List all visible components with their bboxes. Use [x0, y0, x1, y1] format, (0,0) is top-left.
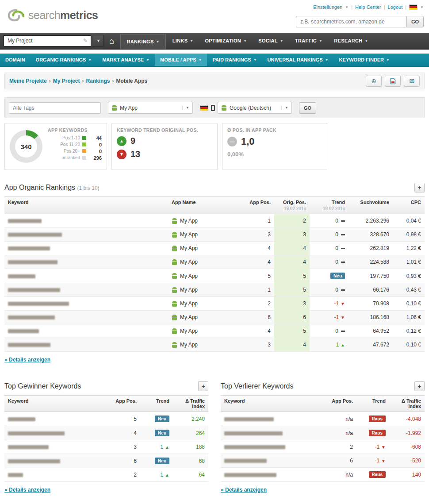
searchmetrics-logo[interactable]: searchmetrics — [7, 8, 98, 22]
col-cpc[interactable]: CPC — [393, 197, 425, 214]
keyword-blurred — [8, 329, 39, 333]
trend-flat-icon — [341, 220, 345, 222]
chevron-down-icon[interactable]: ▼ — [420, 5, 424, 9]
col-trend[interactable]: Trend — [356, 396, 389, 412]
neu-badge: Neu — [155, 430, 169, 436]
page-actions: ⊕ ✉ — [366, 76, 420, 87]
breadcrumb-rankings[interactable]: Rankings — [86, 78, 110, 84]
table-row[interactable]: My App 3 3 0 328.670 0,98 € — [4, 228, 425, 242]
nav-social[interactable]: SOCIAL▼ — [253, 33, 289, 49]
project-input[interactable] — [4, 35, 91, 46]
col-keyword[interactable]: Keyword — [4, 197, 168, 214]
col-keyword[interactable]: Keyword — [221, 396, 326, 412]
col-suchvolume[interactable]: Suchvolume — [349, 197, 393, 214]
subnav-universal-rankings[interactable]: UNIVERSAL RANKINGS▼ — [262, 54, 334, 66]
add-widget-button[interactable]: + — [198, 381, 208, 391]
table-row[interactable]: 2 -1▼ -608 — [221, 440, 425, 454]
table-row[interactable]: 4 Neu 264 — [4, 426, 208, 440]
nav-links[interactable]: LINKS▼ — [167, 33, 199, 49]
table-row[interactable]: My App 4 5 0 64.952 0,12 € — [4, 324, 425, 338]
trend-down-icon: ▼ — [381, 458, 386, 463]
breadcrumb-my-project[interactable]: My Project — [53, 78, 80, 84]
table-row[interactable]: 6 -1▼ -520 — [221, 454, 425, 468]
table-row[interactable]: My App 1 2 0 2.263.296 0,04 € — [4, 214, 425, 228]
table-row[interactable]: n/a Raus -4.048 — [221, 412, 425, 426]
subnav-domain[interactable]: DOMAIN — [0, 54, 31, 66]
separator: | — [405, 4, 406, 10]
breadcrumb-meine-projekte[interactable]: Meine Projekte — [9, 78, 47, 84]
card-title: APP KEYWORDS — [48, 127, 102, 133]
table-row[interactable]: n/a Raus -140 — [221, 468, 425, 482]
pdf-export-button[interactable] — [385, 76, 401, 87]
table-row[interactable]: My App 6 6 -1▼ 186.168 1,06 € — [4, 311, 425, 324]
col-app-pos[interactable]: App Pos. — [110, 396, 140, 412]
details-link[interactable]: » Details anzeigen — [221, 487, 267, 493]
details-link[interactable]: » Details anzeigen — [4, 487, 50, 493]
chevron-down-icon: ▼ — [182, 106, 189, 110]
nav-optimization[interactable]: OPTIMIZATION▼ — [199, 33, 253, 49]
project-dropdown-button[interactable]: ▼ — [93, 35, 104, 47]
table-row[interactable]: 5 Neu 2.240 — [4, 412, 208, 426]
table-row[interactable]: My App 4 4 0 224.588 1,01 € — [4, 255, 425, 269]
domain-search-input[interactable] — [296, 16, 406, 27]
keyword-blurred — [224, 417, 274, 421]
search-engine-select[interactable]: Google (Deutsch) ▼ — [218, 102, 292, 114]
add-widget-button[interactable]: + — [414, 183, 425, 192]
table-row[interactable]: 6 Neu 68 — [4, 454, 208, 468]
settings-link[interactable]: Einstellungen — [313, 4, 342, 10]
trend-up-row: ▲ 9 — [117, 136, 212, 146]
table-row[interactable]: 3 1▲ 188 — [4, 440, 208, 454]
project-selector: ✎ — [4, 35, 91, 46]
subnav-paid-rankings[interactable]: PAID RANKINGS▼ — [207, 54, 262, 66]
breadcrumb: Meine Projekte›My Project›Rankings›Mobil… — [9, 78, 147, 84]
table-row[interactable]: 2 1▲ 64 — [4, 468, 208, 482]
col-delta-traffic[interactable]: Δ Traffic Index — [389, 396, 425, 412]
subnav-markt-analyse[interactable]: MARKT ANALYSE▼ — [97, 54, 155, 66]
col-app-pos[interactable]: App Pos. — [326, 396, 356, 412]
breadcrumb-current: Mobile Apps — [116, 78, 147, 84]
keyword-blurred — [8, 459, 60, 463]
table-row[interactable]: My App 3 4 1▲ 47.672 0,10 € — [4, 338, 425, 352]
col-app-pos[interactable]: App Pos. — [239, 197, 274, 214]
nav-research[interactable]: RESEARCH▼ — [328, 33, 374, 49]
table-row[interactable]: My App 1 5 0 66.176 0,43 € — [4, 283, 425, 297]
filter-go-button[interactable]: GO — [299, 102, 316, 114]
android-icon — [172, 328, 177, 334]
help-center-link[interactable]: Help Center — [355, 4, 381, 10]
language-flag-icon[interactable] — [409, 4, 418, 10]
android-icon — [172, 273, 177, 279]
col-keyword[interactable]: Keyword — [4, 396, 110, 412]
home-icon[interactable]: ⌂ — [104, 37, 119, 45]
subnav-mobile-apps[interactable]: MOBILE / APPS▼ — [155, 54, 207, 66]
add-widget-button[interactable]: + — [414, 381, 425, 391]
logout-link[interactable]: Logout — [388, 4, 403, 10]
trend-flat-icon — [341, 331, 345, 332]
tags-filter-input[interactable] — [9, 102, 101, 114]
col-delta-traffic[interactable]: Δ Traffic Index — [173, 396, 208, 412]
domain-search-go-button[interactable]: GO — [406, 16, 424, 27]
edit-pencil-icon[interactable]: ✎ — [83, 38, 88, 44]
legend-swatch — [82, 149, 86, 153]
col-orig-pos[interactable]: Orig. Pos.19.02.2016 — [274, 197, 310, 214]
details-link[interactable]: » Details anzeigen — [4, 357, 50, 363]
subnav-keyword-finder[interactable]: KEYWORD FINDER▼ — [334, 54, 395, 66]
col-trend[interactable]: Trend18.02.2016 — [310, 197, 349, 214]
col-app-name[interactable]: App Name — [168, 197, 239, 214]
add-chart-button[interactable]: ⊕ — [366, 76, 382, 87]
nav-traffic[interactable]: TRAFFIC▼ — [289, 33, 328, 49]
keyword-blurred — [8, 315, 55, 319]
table-row[interactable]: n/a Raus -1.992 — [221, 426, 425, 440]
email-report-button[interactable]: ✉ — [404, 76, 420, 87]
chevron-down-icon: ▼ — [146, 58, 149, 62]
nav-rankings[interactable]: RANKINGS▼ — [120, 34, 165, 49]
table-row[interactable]: My App 5 5 Neu 197.750 0,93 € — [4, 269, 425, 283]
neu-badge: Neu — [330, 273, 345, 279]
subnav-organic-rankings[interactable]: ORGANIC RANKINGS▼ — [31, 54, 97, 66]
table-row[interactable]: My App 4 4 0 262.819 1,22 € — [4, 242, 425, 255]
table-row[interactable]: My App 2 3 -1▼ 70.908 0,10 € — [4, 297, 425, 311]
app-select[interactable]: My App ▼ — [108, 102, 193, 114]
keyword-blurred — [224, 431, 283, 435]
col-trend[interactable]: Trend — [140, 396, 173, 412]
chevron-down-icon: ▼ — [156, 40, 160, 44]
donut-legend: Pos 1-10 44 Pos 11-20 0 Pos 20+ 0 unrank… — [48, 135, 102, 161]
